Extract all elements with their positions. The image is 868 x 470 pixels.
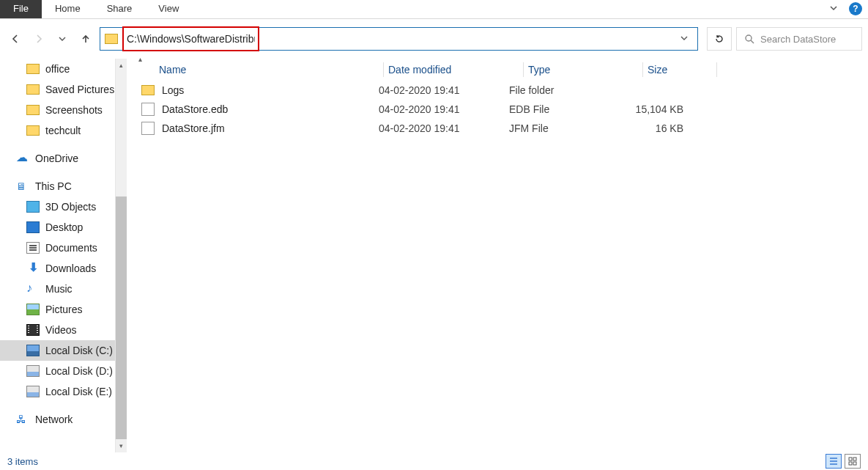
tree-item-label: Videos bbox=[45, 324, 77, 336]
recent-locations-chevron-icon[interactable] bbox=[53, 29, 72, 48]
sort-caret-icon: ▴ bbox=[138, 55, 142, 63]
file-name: DataStore.edb bbox=[162, 103, 228, 115]
sidebar-pc-1[interactable]: Desktop bbox=[0, 217, 115, 238]
folder-icon bbox=[141, 85, 155, 95]
sidebar-pc-5[interactable]: Pictures bbox=[0, 299, 115, 320]
file-date: 04-02-2020 19:41 bbox=[379, 103, 509, 115]
documents-icon bbox=[26, 242, 40, 254]
tab-view[interactable]: View bbox=[145, 0, 192, 18]
refresh-button[interactable] bbox=[707, 27, 732, 51]
sidebar-pc-9[interactable]: Local Disk (E:) bbox=[0, 381, 115, 402]
scroll-thumb[interactable] bbox=[116, 197, 127, 439]
sidebar-scrollbar[interactable]: ▴ ▾ bbox=[115, 59, 127, 452]
svg-point-0 bbox=[746, 35, 752, 41]
sidebar-pc-0[interactable]: 3D Objects bbox=[0, 197, 115, 217]
table-row[interactable]: DataStore.edb04-02-2020 19:41EDB File15,… bbox=[127, 100, 868, 119]
tab-file[interactable]: File bbox=[0, 0, 42, 18]
column-type[interactable]: Type bbox=[528, 64, 638, 76]
navigation-pane: officeSaved PicturesScreenshotstechcult☁… bbox=[0, 59, 127, 452]
sidebar-quick-0[interactable]: office bbox=[0, 59, 115, 79]
3d-objects-icon bbox=[26, 201, 40, 213]
column-date[interactable]: Date modified bbox=[388, 64, 519, 76]
sidebar-quick-2[interactable]: Screenshots bbox=[0, 100, 115, 120]
status-bar: 3 items bbox=[0, 452, 868, 470]
sidebar-quick-3[interactable]: techcult bbox=[0, 120, 115, 141]
sidebar-pc-4[interactable]: ♪Music bbox=[0, 279, 115, 299]
column-name[interactable]: ▴ Name bbox=[159, 64, 379, 76]
address-bar[interactable] bbox=[100, 27, 698, 51]
network-icon: 🖧 bbox=[16, 414, 29, 425]
tree-item-label: Downloads bbox=[45, 262, 96, 274]
tree-item-label: Music bbox=[45, 283, 73, 295]
thumbnails-view-button[interactable] bbox=[845, 454, 861, 469]
sidebar-pc-7[interactable]: Local Disk (C:) bbox=[0, 340, 115, 361]
sidebar-pc-8[interactable]: Local Disk (D:) bbox=[0, 361, 115, 381]
file-size: 16 KB bbox=[619, 122, 683, 134]
ribbon-collapse-chevron-icon[interactable] bbox=[821, 0, 846, 18]
disk-icon bbox=[26, 365, 40, 377]
item-count: 3 items bbox=[7, 456, 38, 467]
disk-icon bbox=[26, 345, 40, 356]
scroll-down-icon[interactable]: ▾ bbox=[116, 439, 127, 452]
folder-icon bbox=[105, 34, 118, 44]
folder-icon bbox=[26, 105, 40, 115]
scroll-up-icon[interactable]: ▴ bbox=[116, 59, 127, 72]
tab-home[interactable]: Home bbox=[42, 0, 94, 18]
tab-share[interactable]: Share bbox=[94, 0, 146, 18]
sidebar-pc-6[interactable]: Videos bbox=[0, 320, 115, 340]
table-row[interactable]: DataStore.jfm04-02-2020 19:41JFM File16 … bbox=[127, 119, 868, 138]
address-highlight bbox=[122, 26, 259, 51]
tree-item-label: Documents bbox=[45, 242, 97, 254]
file-size: 15,104 KB bbox=[619, 103, 683, 115]
column-size[interactable]: Size bbox=[648, 64, 712, 76]
help-icon[interactable]: ? bbox=[849, 2, 862, 15]
search-icon bbox=[744, 34, 754, 44]
table-row[interactable]: Logs04-02-2020 19:41File folder bbox=[127, 81, 868, 100]
svg-rect-2 bbox=[853, 458, 856, 460]
file-icon bbox=[141, 103, 155, 116]
back-button[interactable] bbox=[6, 29, 25, 48]
sidebar-pc-3[interactable]: ⬇Downloads bbox=[0, 258, 115, 279]
pc-icon: 🖥 bbox=[16, 180, 29, 192]
sidebar-quick-1[interactable]: Saved Pictures bbox=[0, 79, 115, 100]
address-dropdown-chevron-icon[interactable] bbox=[675, 34, 693, 45]
sidebar-network[interactable]: 🖧Network bbox=[0, 409, 115, 430]
tree-item-label: Local Disk (C:) bbox=[45, 345, 113, 356]
file-icon bbox=[141, 122, 155, 135]
tree-item-label: office bbox=[45, 63, 70, 75]
up-button[interactable] bbox=[76, 29, 95, 48]
navigation-bar: Search DataStore bbox=[0, 19, 868, 59]
tree-item-label: This PC bbox=[35, 180, 72, 192]
tree-item-label: Desktop bbox=[45, 221, 83, 233]
tree-item-label: Pictures bbox=[45, 304, 83, 315]
disk-icon bbox=[26, 386, 40, 397]
tree-item-label: Screenshots bbox=[45, 104, 103, 116]
file-type: EDB File bbox=[509, 103, 619, 115]
svg-rect-4 bbox=[853, 462, 856, 465]
sidebar-this-pc[interactable]: 🖥This PC bbox=[0, 176, 115, 197]
tree-item-label: Network bbox=[35, 414, 73, 425]
address-input[interactable] bbox=[127, 29, 255, 49]
pictures-icon bbox=[26, 304, 40, 315]
tree-item-label: Local Disk (E:) bbox=[45, 386, 112, 397]
tree-item-label: OneDrive bbox=[35, 153, 78, 164]
file-date: 04-02-2020 19:41 bbox=[379, 122, 509, 134]
folder-icon bbox=[26, 125, 40, 136]
folder-icon bbox=[26, 64, 40, 74]
videos-icon bbox=[26, 324, 40, 336]
svg-rect-3 bbox=[849, 462, 852, 465]
details-view-button[interactable] bbox=[826, 454, 842, 469]
file-date: 04-02-2020 19:41 bbox=[379, 84, 509, 96]
tree-item-label: 3D Objects bbox=[45, 201, 96, 213]
tree-item-label: techcult bbox=[45, 125, 81, 136]
desktop-icon bbox=[26, 221, 40, 233]
sidebar-pc-2[interactable]: Documents bbox=[0, 238, 115, 258]
search-box[interactable]: Search DataStore bbox=[736, 27, 862, 51]
file-type: File folder bbox=[509, 84, 619, 96]
file-name: DataStore.jfm bbox=[162, 122, 225, 134]
tree-item-label: Local Disk (D:) bbox=[45, 365, 113, 377]
svg-rect-1 bbox=[849, 458, 852, 460]
sidebar-onedrive[interactable]: ☁OneDrive bbox=[0, 148, 115, 169]
music-icon: ♪ bbox=[26, 283, 40, 295]
tree-item-label: Saved Pictures bbox=[45, 84, 114, 95]
